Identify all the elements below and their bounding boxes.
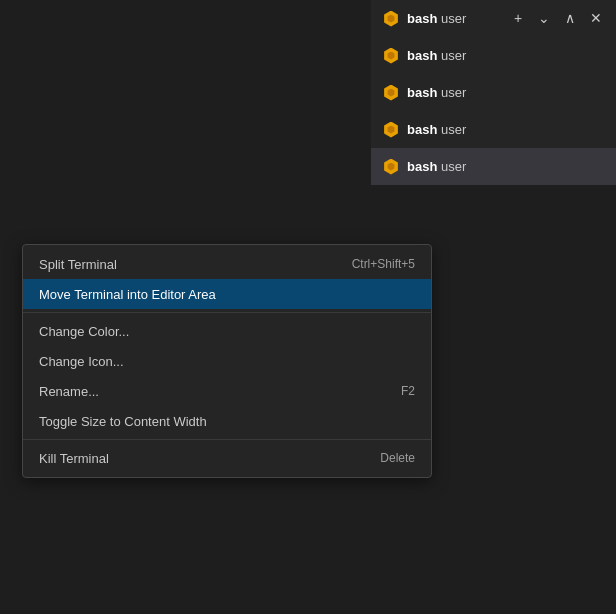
- menu-item-label: Rename...: [39, 384, 99, 399]
- terminal-shell-icon: [383, 159, 399, 175]
- terminal-list-item[interactable]: bash user: [371, 74, 616, 111]
- context-menu-item-kill[interactable]: Kill TerminalDelete: [23, 443, 431, 473]
- context-menu: Split TerminalCtrl+Shift+5Move Terminal …: [22, 244, 432, 478]
- dropdown-button[interactable]: ⌄: [532, 6, 556, 30]
- menu-separator: [23, 312, 431, 313]
- terminal-item-label: bash user: [407, 48, 466, 63]
- chevron-down-icon: ⌄: [538, 10, 550, 26]
- menu-item-label: Move Terminal into Editor Area: [39, 287, 216, 302]
- close-icon: ✕: [590, 10, 602, 26]
- menu-item-shortcut: Ctrl+Shift+5: [352, 257, 415, 271]
- terminal-list-item[interactable]: bash user: [371, 148, 616, 185]
- context-menu-item-move[interactable]: Move Terminal into Editor Area: [23, 279, 431, 309]
- menu-item-label: Kill Terminal: [39, 451, 109, 466]
- terminal-item-label: bash user: [407, 85, 466, 100]
- terminal-shell-icon: [383, 85, 399, 101]
- context-menu-item-split[interactable]: Split TerminalCtrl+Shift+5: [23, 249, 431, 279]
- terminal-item-label: bash user: [407, 122, 466, 137]
- terminal-item-label: bash user: [407, 159, 466, 174]
- terminal-list-item[interactable]: bash user: [371, 111, 616, 148]
- menu-item-shortcut: F2: [401, 384, 415, 398]
- close-panel-button[interactable]: ✕: [584, 6, 608, 30]
- menu-separator: [23, 439, 431, 440]
- context-menu-item-color[interactable]: Change Color...: [23, 316, 431, 346]
- context-menu-item-icon[interactable]: Change Icon...: [23, 346, 431, 376]
- terminal-shell-icon: [383, 48, 399, 64]
- menu-item-label: Change Icon...: [39, 354, 124, 369]
- menu-item-label: Toggle Size to Content Width: [39, 414, 207, 429]
- context-menu-item-toggle[interactable]: Toggle Size to Content Width: [23, 406, 431, 436]
- menu-item-shortcut: Delete: [380, 451, 415, 465]
- terminal-shell-icon: [383, 11, 399, 27]
- plus-icon: +: [514, 10, 522, 26]
- collapse-panel-button[interactable]: ∧: [558, 6, 582, 30]
- menu-item-label: Change Color...: [39, 324, 129, 339]
- terminal-toolbar: + ⌄ ∧ ✕: [498, 0, 616, 36]
- chevron-up-icon: ∧: [565, 10, 575, 26]
- menu-item-label: Split Terminal: [39, 257, 117, 272]
- terminal-item-label: bash user: [407, 11, 466, 26]
- add-terminal-button[interactable]: +: [506, 6, 530, 30]
- terminal-list-item[interactable]: bash user: [371, 37, 616, 74]
- context-menu-item-rename[interactable]: Rename...F2: [23, 376, 431, 406]
- terminal-shell-icon: [383, 122, 399, 138]
